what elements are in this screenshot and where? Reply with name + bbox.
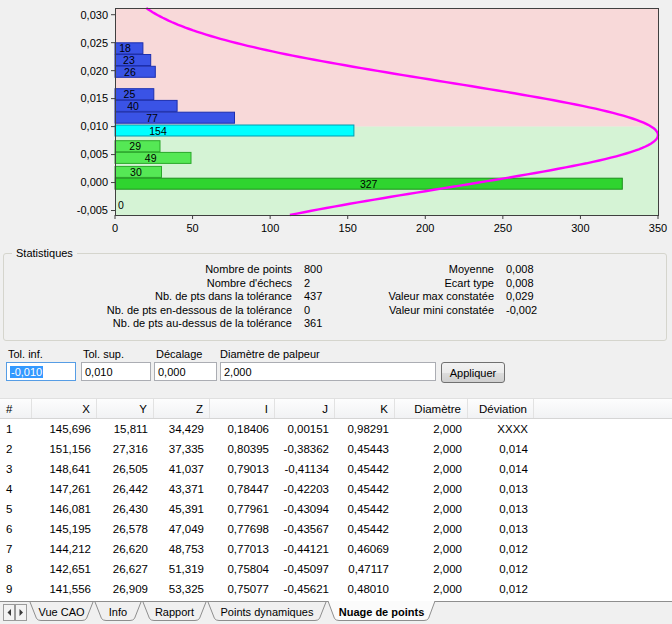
stat-label: Valeur max constatée xyxy=(334,290,494,304)
cell-diamètre: 2,000 xyxy=(395,419,468,439)
tab-vue-cao[interactable]: Vue CAO xyxy=(30,602,93,621)
table-row[interactable]: 4147,26126,44243,3710,78447-0,422030,454… xyxy=(0,479,672,499)
stat-row: Nb. de pts au-dessus de la tolérance361 xyxy=(10,317,322,331)
stat-label: Nb. de pts dans la tolérance xyxy=(10,290,292,304)
cell-#: 1 xyxy=(0,419,32,439)
column-header-z[interactable]: Z xyxy=(154,399,210,418)
cell-#: 3 xyxy=(0,459,32,479)
stat-row: Nombre de points800 xyxy=(10,263,322,277)
table-row[interactable]: 1145,69615,81134,4290,184060,001510,9829… xyxy=(0,419,672,439)
cell-i: 0,77698 xyxy=(210,519,275,539)
tab-points-dynamiques[interactable]: Points dynamiques xyxy=(208,602,326,621)
cell-filler xyxy=(534,479,672,499)
cell-diamètre: 2,000 xyxy=(395,579,468,599)
cell-filler xyxy=(534,439,672,459)
cell-#: 6 xyxy=(0,519,32,539)
diametre-palpeur-input[interactable]: 2,000 xyxy=(220,362,436,381)
left-arrow-button[interactable] xyxy=(4,605,15,621)
in-tolerance-zone xyxy=(115,127,658,215)
cell-z: 47,049 xyxy=(154,519,210,539)
stat-row: Nb. de pts en-dessous de la tolérance0 xyxy=(10,304,322,318)
cell-k: 0,45442 xyxy=(335,519,395,539)
apply-button[interactable]: Appliquer xyxy=(441,362,505,383)
bar-count-label: 154 xyxy=(149,125,167,137)
cell-i: 0,18406 xyxy=(210,419,275,439)
stat-label: Nombre d'échecs xyxy=(10,277,292,291)
tol-sup-value: 0,010 xyxy=(85,366,113,378)
x-tick-label: 250 xyxy=(494,222,512,234)
column-header-#[interactable]: # xyxy=(0,399,32,418)
cell-diamètre: 2,000 xyxy=(395,559,468,579)
cell-z: 34,429 xyxy=(154,419,210,439)
stat-value: 800 xyxy=(304,263,322,277)
tab-label: Info xyxy=(109,606,127,618)
cell-j: -0,45097 xyxy=(275,559,335,579)
cell-filler xyxy=(534,539,672,559)
table-row[interactable]: 7144,21226,62048,7530,77013-0,441210,460… xyxy=(0,539,672,559)
x-tick-label: 100 xyxy=(261,222,279,234)
column-header-diamètre[interactable]: Diamètre xyxy=(395,399,468,418)
cell-y: 26,442 xyxy=(97,479,154,499)
bar-count-label: 49 xyxy=(145,152,157,164)
stat-row: Valeur mini constatée-0,002 xyxy=(334,304,537,318)
cell-k: 0,45442 xyxy=(335,479,395,499)
cell-i: 0,80395 xyxy=(210,439,275,459)
statistics-title: Statistiques xyxy=(12,247,77,259)
decalage-value: 0,000 xyxy=(158,366,186,378)
cell-i: 0,78447 xyxy=(210,479,275,499)
y-tick-label: 0,010 xyxy=(80,120,108,132)
table-row[interactable]: 8142,65126,62751,3190,75804-0,450970,471… xyxy=(0,559,672,579)
cell-#: 8 xyxy=(0,559,32,579)
cell-diamètre: 2,000 xyxy=(395,479,468,499)
column-header-k[interactable]: K xyxy=(335,399,395,418)
stats-right: Moyenne0,008Ecart type0,008Valeur max co… xyxy=(334,263,537,317)
table-row[interactable]: 3148,64126,50541,0370,79013-0,411340,454… xyxy=(0,459,672,479)
column-header-j[interactable]: J xyxy=(275,399,335,418)
x-tick-label: 300 xyxy=(571,222,589,234)
column-header-x[interactable]: X xyxy=(32,399,97,418)
cell-z: 37,335 xyxy=(154,439,210,459)
cell-k: 0,46069 xyxy=(335,539,395,559)
tab-label: Nuage de points xyxy=(339,606,425,618)
cell-j: -0,43567 xyxy=(275,519,335,539)
tol-sup-input[interactable]: 0,010 xyxy=(81,362,151,381)
stat-value: 361 xyxy=(304,317,322,331)
cell-filler xyxy=(534,579,672,599)
cell-déviation: 0,014 xyxy=(468,439,534,459)
right-arrow-button[interactable] xyxy=(16,605,27,621)
column-header-déviation[interactable]: Déviation xyxy=(468,399,534,418)
tol-inf-input[interactable]: -0,010 xyxy=(6,362,76,381)
column-header-filler xyxy=(534,399,672,418)
column-header-i[interactable]: I xyxy=(210,399,275,418)
tab-rapport[interactable]: Rapport xyxy=(143,602,206,621)
cell-j: -0,45621 xyxy=(275,579,335,599)
cell-j: 0,00151 xyxy=(275,419,335,439)
stat-value: 0 xyxy=(304,304,310,318)
cell-diamètre: 2,000 xyxy=(395,459,468,479)
stat-value: -0,002 xyxy=(506,304,537,318)
cell-i: 0,79013 xyxy=(210,459,275,479)
table-row[interactable]: 9141,55626,90953,3250,75077-0,456210,480… xyxy=(0,579,672,599)
histogram-panel: 18232625407715429493032700,0300,0250,020… xyxy=(0,0,672,248)
cell-y: 26,505 xyxy=(97,459,154,479)
cell-j: -0,41134 xyxy=(275,459,335,479)
tab-nuage-de-points[interactable]: Nuage de points xyxy=(328,601,435,621)
cell-diamètre: 2,000 xyxy=(395,539,468,559)
cell-z: 51,319 xyxy=(154,559,210,579)
stat-value: 437 xyxy=(304,290,322,304)
cell-déviation: 0,013 xyxy=(468,499,534,519)
decalage-input[interactable]: 0,000 xyxy=(154,362,217,381)
table-row[interactable]: 6145,19526,57847,0490,77698-0,435670,454… xyxy=(0,519,672,539)
tab-info[interactable]: Info xyxy=(95,602,141,621)
cell-y: 26,578 xyxy=(97,519,154,539)
diametre-palpeur-value: 2,000 xyxy=(224,366,252,378)
cell-filler xyxy=(534,499,672,519)
table-row[interactable]: 5146,08126,43045,3910,77961-0,430940,454… xyxy=(0,499,672,519)
cell-i: 0,75077 xyxy=(210,579,275,599)
cell-y: 26,627 xyxy=(97,559,154,579)
stat-label: Nombre de points xyxy=(10,263,292,277)
cell-#: 9 xyxy=(0,579,32,599)
column-header-y[interactable]: Y xyxy=(97,399,154,418)
cell-k: 0,45442 xyxy=(335,459,395,479)
table-row[interactable]: 2151,15627,31637,3350,80395-0,383620,454… xyxy=(0,439,672,459)
